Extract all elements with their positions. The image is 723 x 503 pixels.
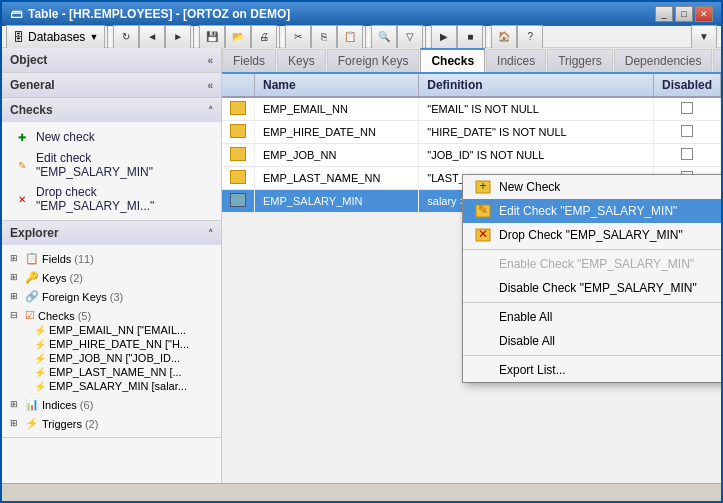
toolbar-right: ▼ [691, 25, 717, 49]
tab-indices[interactable]: Indices [486, 49, 546, 72]
paste-button[interactable]: 📋 [337, 25, 363, 49]
object-section-label: Object [10, 53, 47, 67]
cut-button[interactable]: ✂ [285, 25, 311, 49]
checks-children: ⚡ EMP_EMAIL_NN ["EMAIL... ⚡ EMP_HIRE_DAT… [30, 323, 217, 393]
forward-button[interactable]: ► [165, 25, 191, 49]
close-button[interactable]: ✕ [695, 6, 713, 22]
checks-child-3[interactable]: ⚡ EMP_LAST_NAME_NN [... [30, 365, 217, 379]
ctx-enable-check-icon [475, 257, 491, 271]
home-button[interactable]: 🏠 [491, 25, 517, 49]
ctx-separator-1 [463, 249, 721, 250]
filter-button[interactable]: ▽ [397, 25, 423, 49]
checks-child-0[interactable]: ⚡ EMP_EMAIL_NN ["EMAIL... [30, 323, 217, 337]
disabled-checkbox-1[interactable] [681, 125, 693, 137]
tree-row-checks[interactable]: ⊟ ☑ Checks (5) [6, 308, 217, 323]
tab-keys[interactable]: Keys [277, 49, 326, 72]
tree-item-keys[interactable]: ⊞ 🔑 Keys (2) [6, 268, 217, 287]
general-section-header[interactable]: General « [2, 73, 221, 97]
check-row-icon-3 [230, 170, 246, 184]
tree-row-keys[interactable]: ⊞ 🔑 Keys (2) [6, 270, 217, 285]
col-header-definition: Definition [419, 74, 654, 97]
maximize-button[interactable]: □ [675, 6, 693, 22]
disabled-checkbox-2[interactable] [681, 148, 693, 160]
edit-check-action[interactable]: ✎ Edit check "EMP_SALARY_MIN" [10, 148, 213, 182]
tab-data[interactable]: Data [713, 49, 721, 72]
ctx-disable-all-icon [475, 334, 491, 348]
databases-icon: 🗄 [13, 31, 24, 43]
object-section-header[interactable]: Object « [2, 48, 221, 72]
table-row[interactable]: EMP_EMAIL_NN "EMAIL" IS NOT NULL [222, 97, 721, 121]
ctx-drop-check[interactable]: ✕ Drop Check "EMP_SALARY_MIN" Del [463, 223, 721, 247]
new-check-action[interactable]: ✚ New check [10, 126, 213, 148]
ctx-disable-check[interactable]: Disable Check "EMP_SALARY_MIN" [463, 276, 721, 300]
stop-button[interactable]: ■ [457, 25, 483, 49]
ctx-edit-check[interactable]: ✎ Edit Check "EMP_SALARY_MIN" Enter [463, 199, 721, 223]
row-name-2: EMP_JOB_NN [255, 144, 419, 167]
indices-count: (6) [80, 399, 93, 411]
checks-child-1[interactable]: ⚡ EMP_HIRE_DATE_NN ["H... [30, 337, 217, 351]
indices-folder-icon: 📊 [25, 398, 39, 411]
checks-child-2[interactable]: ⚡ EMP_JOB_NN ["JOB_ID... [30, 351, 217, 365]
keys-count: (2) [69, 272, 82, 284]
tree-item-triggers[interactable]: ⊞ ⚡ Triggers (2) [6, 414, 217, 433]
save-button[interactable]: 💾 [199, 25, 225, 49]
tree-row-indices[interactable]: ⊞ 📊 Indices (6) [6, 397, 217, 412]
tab-triggers[interactable]: Triggers [547, 49, 613, 72]
tree-item-foreign-keys[interactable]: ⊞ 🔗 Foreign Keys (3) [6, 287, 217, 306]
refresh-button[interactable]: ↻ [113, 25, 139, 49]
tab-triggers-label: Triggers [558, 54, 602, 68]
checks-section-header[interactable]: Checks ˄ [2, 98, 221, 122]
row-name-4: EMP_SALARY_MIN [255, 190, 419, 213]
back-button[interactable]: ◄ [139, 25, 165, 49]
checks-folder-icon: ☑ [25, 309, 35, 322]
ctx-enable-all[interactable]: Enable All [463, 305, 721, 329]
tree-item-checks[interactable]: ⊟ ☑ Checks (5) ⚡ EMP_EMAIL_NN ["EMAIL... [6, 306, 217, 395]
table-row[interactable]: EMP_HIRE_DATE_NN "HIRE_DATE" IS NOT NULL [222, 121, 721, 144]
disabled-checkbox-0[interactable] [681, 102, 693, 114]
search-button[interactable]: 🔍 [371, 25, 397, 49]
row-disabled-2 [653, 144, 720, 167]
indices-label: Indices [42, 399, 77, 411]
expand-icon-checks: ⊟ [10, 310, 22, 322]
checks-child-4[interactable]: ⚡ EMP_SALARY_MIN [salar... [30, 379, 217, 393]
fk-label: Foreign Keys [42, 291, 107, 303]
run-button[interactable]: ▶ [431, 25, 457, 49]
ctx-separator-2 [463, 302, 721, 303]
general-collapse-icon: « [207, 80, 213, 91]
tree-row-fields[interactable]: ⊞ 📋 Fields (11) [6, 251, 217, 266]
minimize-button[interactable]: _ [655, 6, 673, 22]
check-row-icon-4 [230, 193, 246, 207]
print-button[interactable]: 🖨 [251, 25, 277, 49]
table-row[interactable]: EMP_JOB_NN "JOB_ID" IS NOT NULL [222, 144, 721, 167]
help-button[interactable]: ? [517, 25, 543, 49]
ctx-disable-check-label: Disable Check "EMP_SALARY_MIN" [499, 281, 721, 295]
explorer-section: Explorer ˄ ⊞ 📋 Fields (11) [2, 221, 221, 438]
ctx-enable-check: Enable Check "EMP_SALARY_MIN" [463, 252, 721, 276]
tab-fields[interactable]: Fields [222, 49, 276, 72]
tab-foreign-keys[interactable]: Foreign Keys [327, 49, 420, 72]
left-panel: Object « General « Checks ˄ ✚ [2, 48, 222, 483]
ctx-export-list[interactable]: Export List... [463, 358, 721, 382]
tab-dependencies[interactable]: Dependencies [614, 49, 713, 72]
tab-checks[interactable]: Checks [420, 48, 485, 72]
tree-row-foreign-keys[interactable]: ⊞ 🔗 Foreign Keys (3) [6, 289, 217, 304]
tree-item-fields[interactable]: ⊞ 📋 Fields (11) [6, 249, 217, 268]
tree-item-indices[interactable]: ⊞ 📊 Indices (6) [6, 395, 217, 414]
extra-button[interactable]: ▼ [691, 25, 717, 49]
databases-menu[interactable]: 🗄 Databases ▼ [6, 25, 105, 49]
ctx-drop-check-label: Drop Check "EMP_SALARY_MIN" [499, 228, 721, 242]
svg-text:✕: ✕ [478, 228, 488, 241]
explorer-header[interactable]: Explorer ˄ [2, 221, 221, 245]
checks-count: (5) [78, 310, 91, 322]
title-bar: 🗃 Table - [HR.EMPLOYEES] - [ORTOZ on DEM… [2, 2, 721, 26]
drop-check-action[interactable]: ✕ Drop check "EMP_SALARY_MI..." [10, 182, 213, 216]
new-check-icon: ✚ [14, 129, 30, 145]
copy-button[interactable]: ⎘ [311, 25, 337, 49]
open-button[interactable]: 📂 [225, 25, 251, 49]
ctx-new-check[interactable]: + New Check Ins [463, 175, 721, 199]
tree-row-triggers[interactable]: ⊞ ⚡ Triggers (2) [6, 416, 217, 431]
row-icon-0 [222, 97, 255, 121]
ctx-export-list-icon [475, 363, 491, 377]
ctx-disable-all[interactable]: Disable All [463, 329, 721, 353]
fk-count: (3) [110, 291, 123, 303]
